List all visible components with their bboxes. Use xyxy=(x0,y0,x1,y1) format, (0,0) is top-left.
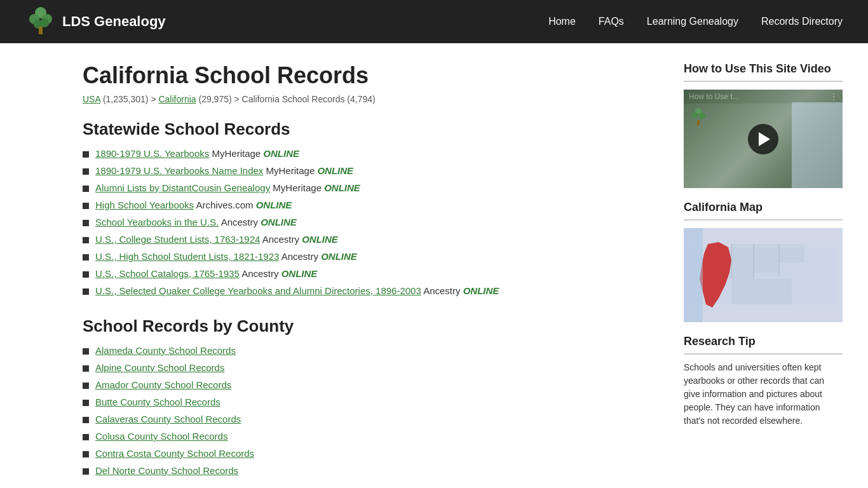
county-record-link[interactable]: Alameda County School Records xyxy=(95,345,236,356)
bullet-icon xyxy=(83,468,89,475)
page-title: California School Records xyxy=(83,62,658,89)
map-section: California Map xyxy=(684,201,843,322)
online-badge: ONLINE xyxy=(302,234,338,245)
bullet-icon xyxy=(83,151,89,158)
logo-area[interactable]: LDS Genealogy xyxy=(25,6,166,37)
svg-rect-9 xyxy=(697,120,700,125)
nav-learning-genealogy[interactable]: Learning Genealogy xyxy=(647,16,738,27)
statewide-record-item: Alumni Lists by DistantCousin Genealogy … xyxy=(83,182,658,193)
record-link[interactable]: School Yearbooks in the U.S. xyxy=(95,217,219,227)
breadcrumb: USA (1,235,301) > California (29,975) > … xyxy=(83,94,658,104)
county-record-item: Alameda County School Records xyxy=(83,345,658,356)
record-source: Ancestry xyxy=(240,268,281,279)
county-record-item: Del Norte County School Records xyxy=(83,465,658,476)
statewide-section-title: Statewide School Records xyxy=(83,119,658,139)
county-record-link[interactable]: Contra Costa County School Records xyxy=(95,448,254,459)
svg-rect-5 xyxy=(39,27,43,34)
record-link[interactable]: 1890-1979 U.S. Yearbooks Name Index xyxy=(95,165,263,176)
online-badge: ONLINE xyxy=(324,182,360,193)
county-record-link[interactable]: Calaveras County School Records xyxy=(95,414,241,424)
record-link[interactable]: Alumni Lists by DistantCousin Genealogy xyxy=(95,182,270,193)
svg-point-4 xyxy=(40,18,49,27)
online-badge: ONLINE xyxy=(463,285,499,296)
video-section: How to Use This Site Video How to Use t.… xyxy=(684,62,843,188)
breadcrumb-usa-count: (1,235,301) > xyxy=(100,94,158,104)
county-record-link[interactable]: Amador County School Records xyxy=(95,379,231,390)
online-badge: ONLINE xyxy=(256,200,292,210)
breadcrumb-usa[interactable]: USA xyxy=(83,94,100,104)
breadcrumb-current: California School Records (4,794) xyxy=(242,94,376,104)
statewide-record-item: School Yearbooks in the U.S. Ancestry ON… xyxy=(83,217,658,227)
video-thumbnail[interactable]: How to Use t... ⋮ xyxy=(684,90,843,188)
online-badge: ONLINE xyxy=(281,268,318,279)
online-badge: ONLINE xyxy=(263,148,299,159)
record-link[interactable]: U.S., College Student Lists, 1763-1924 xyxy=(95,234,260,245)
bullet-icon xyxy=(83,254,89,261)
record-source: Ancestry xyxy=(279,251,321,262)
county-record-item: Butte County School Records xyxy=(83,396,658,407)
statewide-record-item: High School Yearbooks Archives.com ONLIN… xyxy=(83,200,658,210)
breadcrumb-california-count: (29,975) > xyxy=(196,94,242,104)
nav-faqs[interactable]: FAQs xyxy=(599,16,624,27)
california-map-svg xyxy=(684,228,843,322)
county-record-link[interactable]: Del Norte County School Records xyxy=(95,465,238,476)
bullet-icon xyxy=(83,203,89,209)
county-records-list: Alameda County School Records Alpine Cou… xyxy=(83,345,658,476)
statewide-record-item: U.S., College Student Lists, 1763-1924 A… xyxy=(83,234,658,245)
bullet-icon xyxy=(83,434,89,440)
record-link[interactable]: U.S., School Catalogs, 1765-1935 xyxy=(95,268,240,279)
sidebar: How to Use This Site Video How to Use t.… xyxy=(684,62,843,482)
county-record-item: Colusa County School Records xyxy=(83,431,658,442)
record-link[interactable]: U.S., High School Student Lists, 1821-19… xyxy=(95,251,279,262)
bullet-icon xyxy=(83,348,89,355)
sidebar-divider-1 xyxy=(684,81,843,82)
california-map[interactable] xyxy=(684,228,843,322)
bullet-icon xyxy=(83,237,89,243)
county-record-item: Contra Costa County School Records xyxy=(83,448,658,459)
statewide-record-item: U.S., Selected Quaker College Yearbooks … xyxy=(83,285,658,296)
record-source: Ancestry xyxy=(219,217,261,227)
bullet-icon xyxy=(83,271,89,278)
bullet-icon xyxy=(83,417,89,423)
nav-records-directory[interactable]: Records Directory xyxy=(761,16,843,27)
record-source: Ancestry xyxy=(260,234,302,245)
statewide-record-item: 1890-1979 U.S. Yearbooks MyHeritage ONLI… xyxy=(83,148,658,159)
statewide-record-item: 1890-1979 U.S. Yearbooks Name Index MyHe… xyxy=(83,165,658,176)
logo-tree-icon xyxy=(25,6,56,37)
main-content: California School Records USA (1,235,301… xyxy=(83,62,658,482)
record-link[interactable]: U.S., Selected Quaker College Yearbooks … xyxy=(95,285,421,296)
svg-point-8 xyxy=(699,112,705,119)
record-link[interactable]: High School Yearbooks xyxy=(95,200,194,210)
record-source: Archives.com xyxy=(194,200,256,210)
video-tree-logo-icon xyxy=(689,107,708,126)
online-badge: ONLINE xyxy=(321,251,357,262)
record-source: Ancestry xyxy=(421,285,463,296)
county-record-link[interactable]: Alpine County School Records xyxy=(95,362,224,373)
svg-rect-11 xyxy=(684,228,703,322)
record-link[interactable]: 1890-1979 U.S. Yearbooks xyxy=(95,148,209,159)
county-record-item: Amador County School Records xyxy=(83,379,658,390)
county-record-link[interactable]: Butte County School Records xyxy=(95,396,220,407)
county-record-link[interactable]: Colusa County School Records xyxy=(95,431,227,442)
content-wrapper: California School Records USA (1,235,301… xyxy=(0,43,868,488)
bullet-icon xyxy=(83,451,89,458)
main-nav: Home FAQs Learning Genealogy Records Dir… xyxy=(548,16,843,27)
statewide-record-item: U.S., High School Student Lists, 1821-19… xyxy=(83,251,658,262)
svg-point-7 xyxy=(691,112,698,119)
bullet-icon xyxy=(83,400,89,406)
video-play-button[interactable] xyxy=(748,124,778,154)
record-source: MyHeritage xyxy=(270,182,324,193)
bullet-icon xyxy=(83,220,89,226)
bullet-icon xyxy=(83,186,89,192)
video-section-title: How to Use This Site Video xyxy=(684,62,843,76)
county-section-title: School Records by County xyxy=(83,316,658,336)
video-right-panel xyxy=(792,102,843,188)
online-badge: ONLINE xyxy=(261,217,297,227)
county-record-item: Calaveras County School Records xyxy=(83,414,658,424)
statewide-records-list: 1890-1979 U.S. Yearbooks MyHeritage ONLI… xyxy=(83,148,658,296)
tip-section: Research Tip Schools and universities of… xyxy=(684,335,843,428)
nav-home[interactable]: Home xyxy=(548,16,576,27)
breadcrumb-california[interactable]: California xyxy=(158,94,196,104)
tip-section-title: Research Tip xyxy=(684,335,843,348)
statewide-record-item: U.S., School Catalogs, 1765-1935 Ancestr… xyxy=(83,268,658,279)
